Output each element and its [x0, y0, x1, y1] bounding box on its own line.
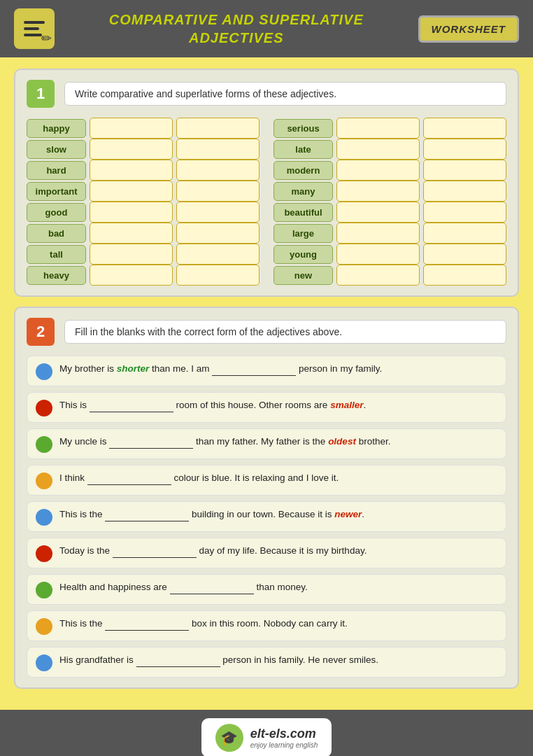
sentence-row: This is the box in this room. Nobody can…: [27, 610, 506, 641]
bullet-icon: [36, 436, 52, 453]
footer-tagline: enjoy learning english: [250, 741, 318, 749]
sentence-text: My uncle is than my father. My father is…: [59, 435, 497, 449]
adjective-label: beautiful: [273, 203, 333, 222]
section-1-instruction: Write comparative and superlative forms …: [64, 82, 506, 106]
superlative-input[interactable]: [423, 181, 506, 202]
adjective-label: modern: [273, 161, 333, 180]
comparative-input[interactable]: [90, 202, 173, 223]
comparative-input[interactable]: [90, 160, 173, 181]
comparative-input[interactable]: [336, 181, 420, 202]
adjectives-grid: happy slow hard important: [27, 118, 506, 286]
fill-blank[interactable]: [90, 402, 173, 412]
bullet-icon: [36, 545, 52, 562]
sentence-row: I think colour is blue. It is relaxing a…: [27, 465, 506, 496]
comparative-input[interactable]: [336, 202, 420, 223]
section-2-instruction: Fill in the blanks with the correct form…: [64, 320, 506, 344]
superlative-input[interactable]: [423, 118, 506, 139]
page-footer: 🎓 elt-els.com enjoy learning english by …: [0, 710, 533, 756]
comparative-input[interactable]: [90, 244, 173, 265]
superlative-input[interactable]: [423, 160, 506, 181]
sentence-row: His grandfather is person in his family.…: [27, 647, 506, 678]
footer-logo-text: elt-els.com enjoy learning english: [250, 727, 318, 749]
adjective-label: new: [273, 266, 333, 285]
menu-line: [24, 21, 45, 24]
bullet-icon: [36, 654, 52, 671]
superlative-input[interactable]: [423, 244, 506, 265]
adjective-label: heavy: [27, 266, 86, 285]
sentence-text: This is the building in our town. Becaus…: [59, 507, 497, 522]
worksheet-badge: WORKSHEET: [418, 15, 520, 43]
sentence-row: My uncle is than my father. My father is…: [27, 428, 506, 459]
adjective-label: slow: [27, 140, 86, 159]
superlative-input[interactable]: [176, 265, 260, 286]
highlight-word: smaller: [330, 400, 363, 410]
comparative-input[interactable]: [90, 118, 173, 139]
sentence-text: My brother is shorter than me. I am pers…: [59, 362, 497, 376]
menu-icon: [24, 21, 45, 36]
comparative-input[interactable]: [90, 223, 173, 244]
section-2-number: 2: [27, 318, 55, 346]
fill-blank[interactable]: [109, 439, 193, 449]
comparative-input[interactable]: [336, 160, 420, 181]
comparative-input[interactable]: [90, 139, 173, 160]
sentence-text: I think colour is blue. It is relaxing a…: [59, 471, 497, 485]
adjective-label: young: [273, 245, 333, 264]
sentence-row: Health and happiness are than money.: [27, 574, 506, 605]
comparative-input[interactable]: [336, 223, 420, 244]
superlative-input[interactable]: [176, 139, 260, 160]
section-2: 2 Fill in the blanks with the correct fo…: [14, 307, 519, 689]
adjective-row: bad: [27, 223, 260, 244]
fill-blank[interactable]: [87, 475, 171, 485]
bullet-icon: [36, 400, 52, 416]
adjective-row: beautiful: [273, 202, 506, 223]
bullet-icon: [36, 618, 52, 635]
footer-site-name: elt-els.com: [250, 727, 318, 741]
highlight-word: shorter: [117, 363, 150, 374]
page-header: COMPARATIVE AND SUPERLATIVE ADJECTIVES W…: [0, 0, 533, 57]
sentence-row: This is room of this house. Other rooms …: [27, 392, 506, 423]
comparative-input[interactable]: [336, 139, 420, 160]
adjective-row: heavy: [27, 265, 260, 286]
fill-blank[interactable]: [113, 548, 197, 558]
section-1-header: 1 Write comparative and superlative form…: [27, 80, 506, 108]
comparative-input[interactable]: [90, 265, 173, 286]
superlative-input[interactable]: [423, 202, 506, 223]
footer-logo-box: 🎓 elt-els.com enjoy learning english: [201, 718, 332, 756]
sentence-row: Today is the day of my life. Because it …: [27, 538, 506, 568]
section-1-number: 1: [27, 80, 55, 108]
adjective-row: slow: [27, 139, 260, 160]
sentence-text: Health and happiness are than money.: [59, 580, 497, 594]
adjective-label: serious: [273, 119, 333, 138]
fill-blank[interactable]: [105, 621, 189, 631]
adjective-label: good: [27, 203, 86, 222]
adjective-label: late: [273, 140, 333, 159]
adjective-row: important: [27, 181, 260, 202]
superlative-input[interactable]: [176, 202, 260, 223]
superlative-input[interactable]: [176, 181, 260, 202]
fill-blank[interactable]: [170, 584, 254, 594]
superlative-input[interactable]: [176, 244, 260, 265]
adjective-row: hard: [27, 160, 260, 181]
fill-blank[interactable]: [105, 512, 189, 522]
adjective-row: tall: [27, 244, 260, 265]
adjective-label: bad: [27, 224, 86, 243]
bullet-icon: [36, 509, 52, 526]
superlative-input[interactable]: [176, 223, 260, 244]
sentence-row: My brother is shorter than me. I am pers…: [27, 356, 506, 386]
page-title: COMPARATIVE AND SUPERLATIVE ADJECTIVES: [55, 10, 418, 47]
superlative-input[interactable]: [423, 223, 506, 244]
fill-blank[interactable]: [136, 657, 220, 667]
adjective-row: happy: [27, 118, 260, 139]
superlative-input[interactable]: [176, 160, 260, 181]
sentence-row: This is the building in our town. Becaus…: [27, 501, 506, 532]
bullet-icon: [36, 472, 52, 489]
comparative-input[interactable]: [336, 118, 420, 139]
highlight-word: oldest: [328, 436, 356, 447]
comparative-input[interactable]: [336, 244, 420, 265]
superlative-input[interactable]: [423, 265, 506, 286]
superlative-input[interactable]: [176, 118, 260, 139]
fill-blank[interactable]: [212, 366, 296, 376]
superlative-input[interactable]: [423, 139, 506, 160]
comparative-input[interactable]: [336, 265, 420, 286]
comparative-input[interactable]: [90, 181, 173, 202]
